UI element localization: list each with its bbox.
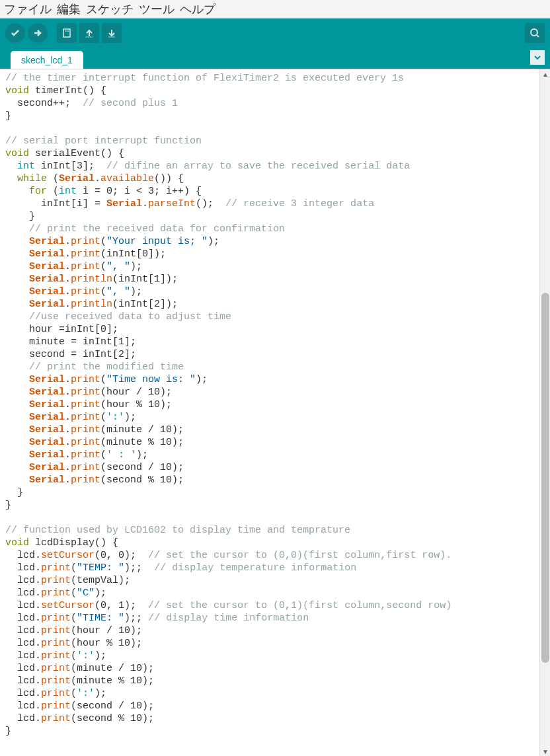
code-text: . <box>35 650 41 662</box>
code-text <box>5 399 29 410</box>
code-text: } <box>5 500 11 511</box>
code-text: lcdDisplay() { <box>29 537 118 548</box>
code-text <box>5 424 29 435</box>
code-text: println <box>71 299 112 310</box>
code-text: // function used by LCD1602 to display t… <box>5 525 350 536</box>
code-text: "Your input is; " <box>106 236 208 247</box>
tab-menu-button[interactable] <box>530 50 545 65</box>
code-text: print <box>71 387 100 398</box>
code-text: (0, 1); <box>95 600 148 611</box>
code-text: Serial <box>29 274 65 285</box>
code-text: inInt[i] = <box>5 198 106 209</box>
code-text: print <box>41 663 71 674</box>
scroll-thumb[interactable] <box>541 293 549 663</box>
menu-tools[interactable]: ツール <box>139 1 175 17</box>
serial-monitor-button[interactable] <box>525 23 545 43</box>
code-text: ); <box>95 650 106 662</box>
code-text: print <box>41 613 71 624</box>
verify-button[interactable] <box>5 23 25 43</box>
tab-sketch[interactable]: skech_lcd_1 <box>11 51 83 69</box>
code-text <box>5 613 17 624</box>
code-text: Serial <box>106 198 142 209</box>
code-text: lcd <box>17 613 35 624</box>
code-text: print <box>41 638 71 649</box>
code-text: // display time information <box>148 613 309 624</box>
code-text <box>5 437 29 448</box>
code-text: (minute / 10); <box>71 663 154 674</box>
code-text: (minute % 10); <box>71 675 154 687</box>
code-text: print <box>71 374 100 385</box>
code-text: Serial <box>29 462 65 473</box>
code-text: void <box>5 148 29 159</box>
upload-button[interactable] <box>28 23 48 43</box>
code-text: . <box>65 274 71 285</box>
code-text: ( <box>100 236 106 247</box>
code-text: . <box>65 424 71 435</box>
code-text: (second % 10); <box>100 474 184 486</box>
code-text: } <box>5 487 23 498</box>
code-text: // print the received data for confirmat… <box>5 223 285 235</box>
code-text: print <box>71 474 100 486</box>
code-text: ( <box>71 613 77 624</box>
code-text <box>5 600 17 611</box>
code-text <box>5 161 17 172</box>
code-text <box>5 638 17 649</box>
menu-edit[interactable]: 編集 <box>57 1 81 17</box>
code-text: . <box>65 412 71 423</box>
code-text: "TEMP: " <box>77 562 124 574</box>
editor-area: // the timer interrupt function of Flexi… <box>0 69 550 756</box>
arrow-up-icon <box>84 28 95 38</box>
vertical-scrollbar[interactable]: ▲ ▼ <box>539 69 550 756</box>
code-text: (second % 10); <box>71 713 154 724</box>
menu-file[interactable]: ファイル <box>4 1 52 17</box>
code-text: print <box>41 713 71 724</box>
code-text: "Time now is: " <box>106 374 196 385</box>
code-text: int <box>17 161 35 172</box>
code-text: . <box>65 236 71 247</box>
code-text: (minute % 10); <box>100 437 184 448</box>
code-text: . <box>65 449 71 461</box>
code-text: (hour / 10); <box>100 387 172 398</box>
code-text: (minute / 10); <box>100 424 184 435</box>
new-button[interactable] <box>57 23 77 43</box>
code-text: ( <box>71 562 77 574</box>
code-text <box>5 587 17 599</box>
menu-sketch[interactable]: スケッチ <box>86 1 134 17</box>
menu-help[interactable]: ヘルプ <box>180 1 216 17</box>
open-button[interactable] <box>79 23 99 43</box>
code-text: print <box>41 562 71 574</box>
code-text: print <box>41 575 71 586</box>
code-text: lcd <box>17 587 35 599</box>
code-text: . <box>35 600 41 611</box>
code-text: void <box>5 537 29 548</box>
code-text <box>5 713 17 724</box>
arrow-right-icon <box>32 28 43 38</box>
code-text <box>5 248 29 260</box>
code-text: (hour / 10); <box>71 625 142 636</box>
code-text: (hour % 10); <box>71 638 142 649</box>
code-text: // serial port interrupt function <box>5 135 202 147</box>
code-text: Serial <box>29 387 65 398</box>
code-text: lcd <box>17 562 35 574</box>
code-text: . <box>35 663 41 674</box>
code-text: ); <box>124 412 136 423</box>
code-text: . <box>35 638 41 649</box>
code-text <box>5 625 17 636</box>
scroll-up-button[interactable]: ▲ <box>540 69 550 79</box>
code-text: inInt[3]; <box>35 161 106 172</box>
code-text: print <box>41 587 71 599</box>
code-text: Serial <box>59 173 95 184</box>
code-text <box>5 675 17 687</box>
code-text: print <box>41 700 71 712</box>
code-text: ); <box>124 613 136 624</box>
code-text: println <box>71 274 112 285</box>
scroll-down-button[interactable]: ▼ <box>540 747 550 756</box>
code-editor[interactable]: // the timer interrupt function of Flexi… <box>0 69 539 756</box>
code-text: . <box>65 374 71 385</box>
save-button[interactable] <box>102 23 122 43</box>
code-text: print <box>71 462 100 473</box>
code-text: (inInt[1]); <box>112 274 178 285</box>
code-text: lcd <box>17 650 35 662</box>
code-text: (); <box>196 198 225 209</box>
code-text: ); <box>124 562 136 574</box>
